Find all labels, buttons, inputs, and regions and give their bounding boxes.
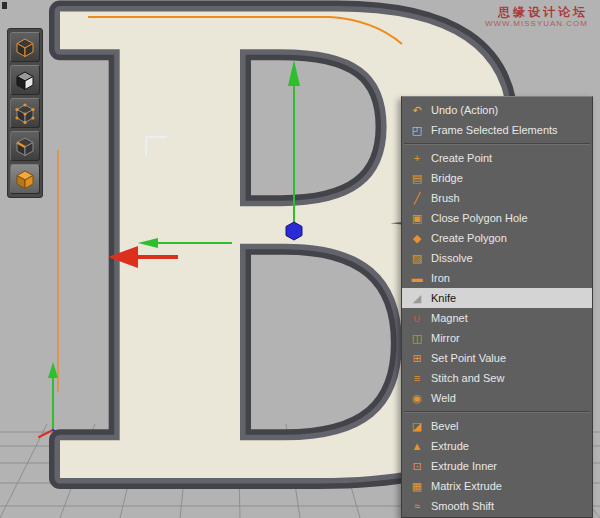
gizmo-center-handle[interactable] <box>286 222 302 240</box>
weld-icon: ◉ <box>410 392 424 405</box>
menu-item-weld[interactable]: ◉Weld <box>402 388 592 408</box>
create-point-icon: + <box>410 152 424 164</box>
bevel-icon: ◪ <box>410 420 424 433</box>
watermark-url: WWW.MISSYUAN.COM <box>485 19 588 29</box>
mode-tool-texture-mode[interactable] <box>10 65 40 95</box>
knife-icon: ◢ <box>410 292 424 305</box>
menu-item-label: Create Polygon <box>431 232 584 244</box>
menu-item-create-polygon[interactable]: ◆Create Polygon <box>402 228 592 248</box>
smooth-shift-icon: ≈ <box>410 500 424 512</box>
menu-item-label: Create Point <box>431 152 584 164</box>
mode-tool-model-mode[interactable] <box>10 32 40 62</box>
matrix-extrude-icon: ▦ <box>410 480 424 493</box>
menu-item-bevel[interactable]: ◪Bevel <box>402 416 592 436</box>
extrude-inner-icon: ⊡ <box>410 460 424 473</box>
menu-item-label: Extrude Inner <box>431 460 584 472</box>
model-mode-cube-icon <box>14 36 36 59</box>
create-polygon-icon: ◆ <box>410 232 424 245</box>
menu-separator <box>404 143 590 145</box>
polygons-mode-cube-icon <box>14 168 36 191</box>
context-menu: ↶Undo (Action)◰Frame Selected Elements+C… <box>401 96 593 518</box>
close-polygon-hole-icon: ▣ <box>410 212 424 225</box>
menu-separator <box>404 411 590 413</box>
menu-item-label: Extrude <box>431 440 584 452</box>
menu-item-undo-action[interactable]: ↶Undo (Action) <box>402 100 592 120</box>
menu-item-mirror[interactable]: ◫Mirror <box>402 328 592 348</box>
magnet-icon: ∪ <box>410 312 424 325</box>
menu-item-label: Magnet <box>431 312 584 324</box>
menu-item-extrude[interactable]: ▲Extrude <box>402 436 592 456</box>
viewport[interactable]: B B B 思缘设计论坛 WWW.MISSYUAN.COM <box>0 0 600 518</box>
menu-item-label: Close Polygon Hole <box>431 212 584 224</box>
menu-item-bridge[interactable]: ▤Bridge <box>402 168 592 188</box>
menu-item-label: Dissolve <box>431 252 584 264</box>
iron-icon: ▬ <box>410 272 424 284</box>
menu-item-close-polygon-hole[interactable]: ▣Close Polygon Hole <box>402 208 592 228</box>
mode-toolbar <box>7 28 43 198</box>
texture-mode-cube-icon <box>14 69 36 92</box>
undo-icon: ↶ <box>410 104 424 117</box>
bridge-icon: ▤ <box>410 172 424 185</box>
menu-item-smooth-shift[interactable]: ≈Smooth Shift <box>402 496 592 516</box>
menu-item-create-point[interactable]: +Create Point <box>402 148 592 168</box>
watermark: 思缘设计论坛 WWW.MISSYUAN.COM <box>485 5 588 29</box>
extrude-icon: ▲ <box>410 440 424 452</box>
dissolve-icon: ▨ <box>410 252 424 265</box>
menu-item-set-point-value[interactable]: ⊞Set Point Value <box>402 348 592 368</box>
menu-item-label: Bridge <box>431 172 584 184</box>
watermark-title: 思缘设计论坛 <box>485 5 588 19</box>
mode-tool-points-mode[interactable] <box>10 98 40 128</box>
menu-item-frame-selected-elements[interactable]: ◰Frame Selected Elements <box>402 120 592 140</box>
menu-item-label: Set Point Value <box>431 352 584 364</box>
menu-item-label: Weld <box>431 392 584 404</box>
mode-tool-edges-mode[interactable] <box>10 131 40 161</box>
menu-item-knife[interactable]: ◢Knife <box>402 288 592 308</box>
set-point-value-icon: ⊞ <box>410 352 424 365</box>
menu-item-label: Mirror <box>431 332 584 344</box>
menu-item-matrix-extrude[interactable]: ▦Matrix Extrude <box>402 476 592 496</box>
viewport-corner-mark <box>2 2 7 9</box>
menu-item-label: Knife <box>431 292 584 304</box>
menu-item-label: Bevel <box>431 420 584 432</box>
menu-item-iron[interactable]: ▬Iron <box>402 268 592 288</box>
menu-item-extrude-inner[interactable]: ⊡Extrude Inner <box>402 456 592 476</box>
menu-item-stitch-and-sew[interactable]: ≡Stitch and Sew <box>402 368 592 388</box>
menu-item-label: Stitch and Sew <box>431 372 584 384</box>
menu-item-label: Matrix Extrude <box>431 480 584 492</box>
menu-item-label: Smooth Shift <box>431 500 584 512</box>
mirror-icon: ◫ <box>410 332 424 345</box>
menu-item-magnet[interactable]: ∪Magnet <box>402 308 592 328</box>
stitch-and-sew-icon: ≡ <box>410 372 424 384</box>
menu-item-label: Iron <box>431 272 584 284</box>
menu-item-label: Undo (Action) <box>431 104 584 116</box>
points-mode-cube-icon <box>14 102 36 125</box>
frame-selected-icon: ◰ <box>410 124 424 137</box>
mode-tool-polygons-mode[interactable] <box>10 164 40 194</box>
menu-item-brush[interactable]: ╱Brush <box>402 188 592 208</box>
edges-mode-cube-icon <box>14 135 36 158</box>
brush-icon: ╱ <box>410 192 424 205</box>
menu-item-label: Brush <box>431 192 584 204</box>
menu-item-label: Frame Selected Elements <box>431 124 584 136</box>
menu-item-dissolve[interactable]: ▨Dissolve <box>402 248 592 268</box>
